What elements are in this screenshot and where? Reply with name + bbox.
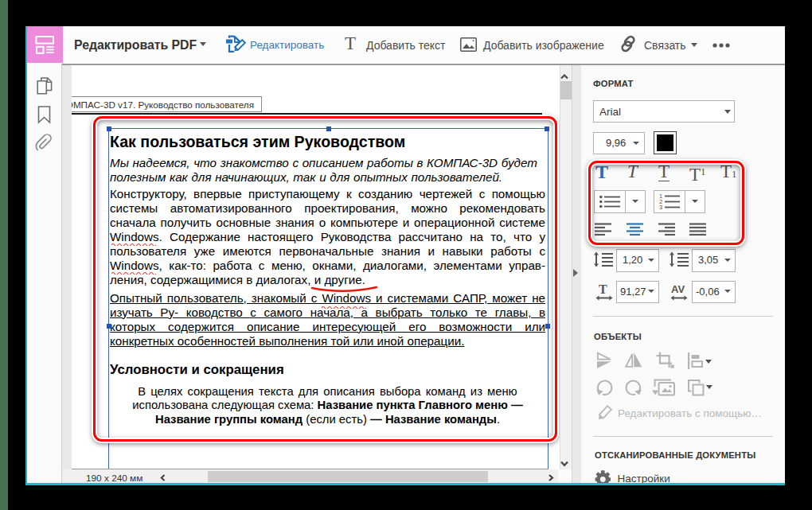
svg-text:T: T xyxy=(599,283,607,296)
svg-text:AV: AV xyxy=(671,283,685,295)
